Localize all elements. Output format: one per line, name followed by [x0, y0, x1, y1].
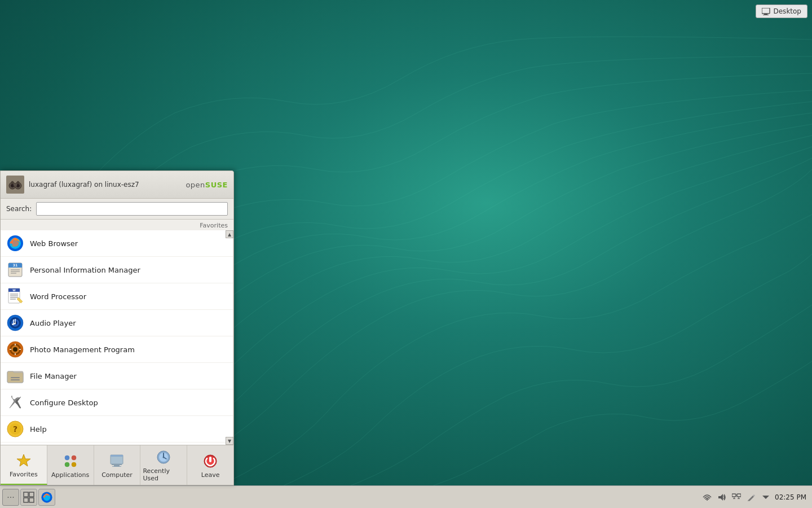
svg-marker-79: [718, 494, 723, 501]
svg-rect-45: [11, 379, 20, 380]
desktop-button-label: Desktop: [774, 7, 802, 15]
svg-point-68: [163, 457, 165, 458]
kmenu-content: Favorites ▲: [1, 220, 233, 485]
svg-rect-84: [733, 498, 735, 499]
kmenu-tabs: Favorites Applications: [1, 445, 233, 485]
search-input[interactable]: [36, 202, 228, 216]
tab-applications-label: Applications: [51, 471, 89, 479]
svg-rect-63: [112, 466, 121, 467]
menu-item-audio-player[interactable]: Audio Player: [1, 310, 233, 336]
stylus-icon[interactable]: [745, 492, 757, 503]
network-icon[interactable]: [701, 492, 713, 503]
favorites-tab-icon: [15, 452, 32, 469]
web-browser-label: Web Browser: [30, 239, 78, 248]
configure-desktop-icon: [6, 393, 24, 411]
tray-expand-icon[interactable]: [760, 492, 771, 503]
taskbar-left-area: ···: [2, 489, 55, 506]
taskbar-firefox-icon[interactable]: [38, 489, 55, 506]
svg-rect-61: [112, 464, 122, 465]
desktop: Desktop: [0, 0, 812, 508]
tab-leave[interactable]: Leave: [187, 445, 233, 485]
svg-rect-10: [17, 181, 19, 184]
recently-used-tab-icon: [155, 449, 172, 466]
tab-recently-used[interactable]: Recently Used: [140, 445, 187, 485]
screen-layout-icon[interactable]: [731, 492, 742, 503]
menu-item-pim[interactable]: 31 Personal Information Manager: [1, 257, 233, 283]
svg-marker-54: [17, 454, 30, 466]
tab-leave-label: Leave: [201, 471, 220, 479]
file-manager-icon: [6, 367, 24, 385]
tab-favorites[interactable]: Favorites: [1, 445, 47, 485]
kmenu-user-info: luxagraf (luxagraf) on linux-esz7: [6, 176, 139, 194]
scroll-down-arrow[interactable]: ▼: [226, 437, 233, 445]
pim-label: Personal Information Manager: [30, 266, 140, 274]
svg-rect-9: [11, 181, 14, 184]
menu-item-file-manager[interactable]: File Manager: [1, 363, 233, 389]
tab-applications[interactable]: Applications: [47, 445, 94, 485]
desktop-button[interactable]: Desktop: [756, 5, 808, 18]
svg-text:W: W: [12, 288, 16, 292]
svg-rect-73: [29, 492, 34, 497]
search-label: Search:: [6, 205, 32, 213]
svg-marker-86: [762, 496, 769, 499]
svg-point-38: [13, 347, 17, 352]
kmenu-brand: openSUSE: [186, 181, 228, 189]
help-icon: ?: [6, 420, 24, 438]
brand-open: open: [186, 181, 205, 189]
menu-item-terminal[interactable]: >_ Terminal: [1, 443, 233, 445]
svg-point-57: [65, 462, 69, 467]
svg-point-56: [72, 456, 76, 460]
photo-management-label: Photo Management Program: [30, 345, 135, 354]
taskbar-right-area: 02:25 PM: [701, 492, 810, 503]
svg-text:?: ?: [13, 424, 17, 433]
monitor-icon: [762, 8, 771, 15]
kmenu-menu-list: Web Browser 31: [1, 230, 233, 445]
word-processor-label: Word Processor: [30, 292, 86, 301]
taskbar-menu-button[interactable]: ···: [2, 489, 19, 506]
svg-rect-0: [762, 8, 770, 14]
tab-computer[interactable]: Computer: [94, 445, 141, 485]
tab-computer-label: Computer: [102, 471, 133, 479]
pim-icon: 31: [6, 261, 24, 279]
svg-rect-1: [764, 14, 767, 15]
menu-item-configure-desktop[interactable]: Configure Desktop: [1, 389, 233, 416]
menu-item-word-processor[interactable]: W Word Processor: [1, 283, 233, 310]
kmenu-panel: luxagraf (luxagraf) on linux-esz7 openSU…: [0, 170, 234, 485]
svg-text:31: 31: [13, 263, 17, 267]
audio-player-label: Audio Player: [30, 319, 76, 327]
menu-item-help[interactable]: ? Help: [1, 416, 233, 443]
svg-point-58: [72, 462, 76, 467]
svg-point-34: [14, 323, 16, 324]
svg-rect-74: [24, 498, 28, 502]
svg-rect-2: [763, 15, 769, 15]
svg-rect-8: [14, 184, 17, 186]
file-manager-label: File Manager: [30, 372, 77, 380]
svg-rect-72: [24, 492, 28, 497]
applications-tab-icon: [62, 453, 79, 470]
section-label-favorites: Favorites: [1, 220, 233, 230]
scroll-up-arrow[interactable]: ▲: [226, 230, 233, 238]
brand-suse: SUSE: [205, 181, 228, 189]
menu-item-photo-management[interactable]: Photo Management Program: [1, 336, 233, 363]
taskbar-window-manager[interactable]: [20, 489, 37, 506]
kmenu-header: luxagraf (luxagraf) on linux-esz7 openSU…: [1, 171, 233, 199]
computer-tab-icon: [108, 453, 125, 470]
svg-rect-62: [114, 465, 120, 466]
svg-rect-80: [732, 494, 736, 497]
menu-item-web-browser[interactable]: Web Browser: [1, 230, 233, 257]
taskbar: ···: [0, 485, 812, 508]
svg-rect-81: [737, 494, 741, 497]
svg-point-55: [65, 456, 69, 460]
user-info-text: luxagraf (luxagraf) on linux-esz7: [29, 181, 139, 189]
svg-rect-85: [738, 498, 740, 499]
word-processor-icon: W: [6, 287, 24, 305]
clock-display[interactable]: 02:25 PM: [775, 493, 806, 501]
audio-player-icon: [6, 314, 24, 332]
web-browser-icon: [6, 234, 24, 252]
help-label: Help: [30, 425, 47, 433]
kmenu-search-bar: Search:: [1, 199, 233, 220]
svg-rect-60: [111, 455, 123, 457]
volume-icon[interactable]: [716, 492, 727, 503]
photo-management-icon: [6, 340, 24, 358]
configure-desktop-label: Configure Desktop: [30, 398, 98, 407]
